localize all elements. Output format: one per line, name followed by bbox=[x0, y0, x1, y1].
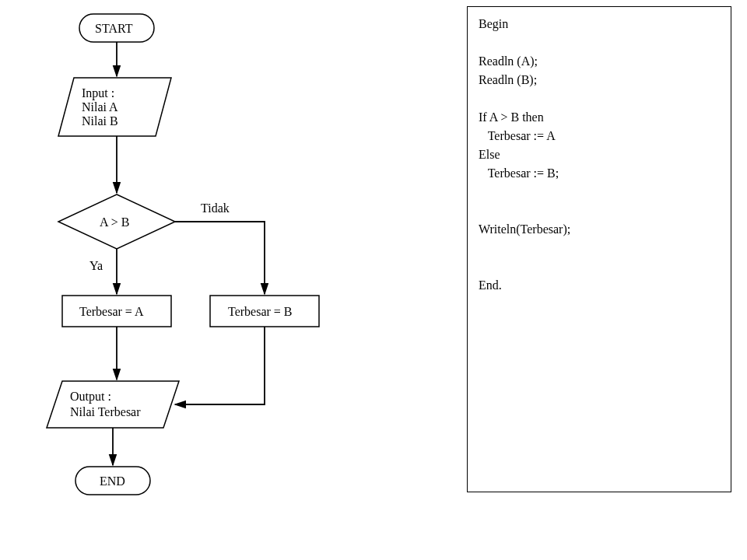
flowchart-panel: START Input : Nilai A Nilai B A > B Ya T… bbox=[0, 0, 374, 560]
label-no: Tidak bbox=[201, 201, 230, 215]
code-line-9: Terbesar := B; bbox=[479, 164, 720, 183]
input-line3: Nilai B bbox=[82, 114, 118, 128]
label-yes: Ya bbox=[89, 258, 103, 273]
code-line-5 bbox=[479, 89, 720, 108]
code-line-13 bbox=[479, 239, 720, 257]
code-line-11 bbox=[479, 201, 720, 220]
start-terminator: START bbox=[95, 21, 132, 36]
code-line-8: Else bbox=[479, 145, 720, 164]
code-line-6: If A > B then bbox=[479, 108, 720, 127]
code-line-7: Terbesar := A bbox=[479, 127, 720, 145]
output-line2: Nilai Terbesar bbox=[70, 404, 141, 419]
decision-diamond: A > B bbox=[100, 215, 129, 229]
process-box-b: Terbesar = B bbox=[228, 304, 293, 319]
code-line-4: Readln (B); bbox=[479, 71, 720, 89]
code-line-2 bbox=[479, 33, 720, 52]
code-line-10 bbox=[479, 183, 720, 201]
output-line1: Output : bbox=[70, 389, 111, 404]
process-box-a: Terbesar = A bbox=[79, 304, 144, 319]
code-line-12: Writeln(Terbesar); bbox=[479, 220, 720, 239]
code-line-14 bbox=[479, 257, 720, 276]
end-terminator: END bbox=[100, 474, 125, 488]
flowchart-svg bbox=[0, 0, 374, 560]
code-line-1: Begin bbox=[479, 15, 720, 33]
input-line2: Nilai A bbox=[82, 100, 118, 114]
code-line-15: End. bbox=[479, 276, 720, 295]
code-line-3: Readln (A); bbox=[479, 52, 720, 71]
pseudocode-panel: Begin Readln (A); Readln (B); If A > B t… bbox=[467, 6, 731, 492]
input-line1: Input : bbox=[82, 86, 114, 100]
